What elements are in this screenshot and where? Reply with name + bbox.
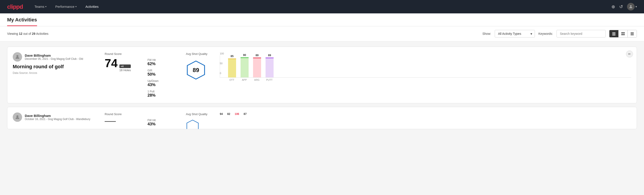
svg-rect-1: [612, 32, 616, 33]
filter-bar: Viewing 12 out of 29 Activities Show: Al…: [0, 26, 644, 41]
svg-point-12: [16, 55, 18, 57]
stat-fw-hit: FW Hit 43%: [148, 119, 179, 126]
avatar: [13, 52, 22, 62]
svg-rect-8: [623, 34, 624, 35]
chart-x-app: APP: [240, 78, 248, 81]
activity-list: Dave Billingham December 05, 2021 - Gog …: [0, 41, 644, 138]
quality-section: Avg Shot Quality 89: [186, 52, 213, 80]
score-placeholder: [105, 118, 116, 122]
svg-rect-4: [612, 35, 616, 36]
chart-section: 100 50 0 85 90: [220, 52, 631, 81]
svg-rect-10: [630, 34, 634, 34]
user-row: Dave Billingham October 16, 2021 - Gog M…: [13, 112, 98, 122]
page-title: My Activities: [7, 17, 37, 26]
app-logo[interactable]: clippd: [7, 3, 23, 10]
chart-x-putt: PUTT: [265, 78, 273, 81]
stat-1putt: 1 Putt 28%: [148, 90, 179, 98]
stats-section: FW Hit 62% GIR 50% Up/Down 43% 1 Putt 28…: [148, 52, 179, 98]
page-header: My Activities: [0, 14, 644, 26]
stat-fw-hit: FW Hit 62%: [148, 58, 179, 66]
bar-value-ott: 94: [220, 112, 223, 116]
keywords-label: Keywords:: [538, 32, 553, 36]
view-btn-grid[interactable]: [618, 30, 628, 37]
user-date: October 16, 2021 - Gog Magog Golf Club -…: [25, 118, 90, 121]
viewing-count-text: Viewing 12 out of 29 Activities: [7, 32, 479, 36]
nav-item-activities[interactable]: Activities: [84, 0, 100, 14]
card-left: Dave Billingham December 05, 2021 - Gog …: [13, 52, 98, 74]
user-date: December 05, 2021 - Gog Magog Golf Club …: [25, 57, 83, 60]
user-name: Dave Billingham: [25, 54, 83, 57]
bar-value-arg: 89: [256, 54, 258, 57]
bar-value-putt: 87: [244, 112, 246, 116]
view-btn-list-dense[interactable]: [610, 30, 618, 37]
stat-label: 1 Putt: [148, 90, 179, 93]
navbar: clippd Teams ▾ Performance ▾ Activities …: [0, 0, 644, 14]
score-holes: 18 Holes: [120, 68, 131, 72]
nav-label-teams: Teams: [34, 5, 44, 8]
chevron-down-icon: ▾: [636, 5, 637, 8]
stat-label: GIR: [148, 69, 179, 72]
stat-value: 62%: [148, 62, 179, 66]
chevron-down-icon: ▾: [76, 5, 76, 8]
stat-label: FW Hit: [148, 58, 179, 62]
svg-rect-11: [630, 34, 634, 35]
add-icon[interactable]: ⊕: [612, 4, 615, 9]
bar-value-putt: 89: [268, 54, 271, 57]
navbar-actions: ⊕ ↺ ▾: [612, 3, 637, 10]
avatar: [13, 112, 22, 122]
user-info: Dave Billingham October 16, 2021 - Gog M…: [25, 114, 90, 121]
quality-section: Avg Shot Quality: [186, 112, 213, 129]
svg-rect-7: [622, 34, 623, 35]
score-meta: +4 18 Holes: [120, 64, 131, 72]
user-info: Dave Billingham December 05, 2021 - Gog …: [25, 54, 83, 60]
chart-y-0: 0: [220, 72, 226, 74]
edit-button[interactable]: ✏: [626, 50, 633, 58]
stat-value: 43%: [148, 122, 179, 126]
bar-value-app: 82: [227, 112, 230, 116]
score-section: Round Score: [105, 112, 140, 122]
hexagon-icon: [186, 119, 199, 129]
activity-type-select-wrapper[interactable]: All Activity Types: [495, 30, 535, 38]
show-label: Show:: [482, 32, 491, 36]
data-source: Data Source: Arccos: [13, 72, 98, 74]
svg-rect-2: [612, 33, 616, 34]
shot-quality-score: 89: [193, 67, 199, 74]
chart-y-100: 100: [220, 52, 226, 55]
view-btn-list[interactable]: [628, 30, 637, 37]
stat-value: 28%: [148, 93, 179, 98]
nav-item-performance[interactable]: Performance ▾: [54, 0, 78, 14]
stats-section: FW Hit 43% GIR 56%: [148, 112, 179, 129]
avatar: [627, 3, 635, 10]
bar-value-arg: 106: [235, 112, 239, 116]
activity-type-select[interactable]: All Activity Types: [495, 30, 535, 38]
card-left: Dave Billingham October 16, 2021 - Gog M…: [13, 112, 98, 124]
nav-item-teams[interactable]: Teams ▾: [34, 0, 47, 14]
svg-rect-6: [623, 32, 624, 34]
svg-rect-5: [622, 32, 623, 34]
svg-marker-15: [187, 120, 198, 129]
chart-section: 94 82 106 87: [220, 112, 631, 116]
nav-label-activities: Activities: [86, 5, 99, 8]
user-menu-button[interactable]: ▾: [627, 3, 637, 10]
bar-value-ott: 85: [230, 55, 234, 58]
score-badge: +4: [120, 64, 131, 68]
stat-label: FW Hit: [148, 119, 179, 122]
round-score-label: Round Score: [105, 112, 140, 116]
stat-value: 50%: [148, 72, 179, 77]
refresh-icon[interactable]: ↺: [619, 4, 623, 9]
avg-shot-quality-label: Avg Shot Quality: [186, 112, 208, 116]
stat-value: 43%: [148, 82, 179, 87]
stat-gir: GIR 50%: [148, 69, 179, 77]
bar-arg: 89: [253, 54, 261, 78]
bar-ott: 85: [228, 55, 236, 78]
avg-shot-quality-label: Avg Shot Quality: [186, 52, 208, 56]
search-input[interactable]: [556, 30, 606, 38]
view-toggle-group: [609, 30, 637, 38]
bar-value-app: 90: [243, 54, 246, 57]
user-name: Dave Billingham: [25, 114, 90, 118]
bar-app: 90: [240, 54, 248, 78]
activity-card: Dave Billingham October 16, 2021 - Gog M…: [7, 107, 637, 129]
stat-label: Up/Down: [148, 80, 179, 82]
user-row: Dave Billingham December 05, 2021 - Gog …: [13, 52, 98, 62]
score-row: 74 +4 18 Holes: [105, 57, 140, 72]
